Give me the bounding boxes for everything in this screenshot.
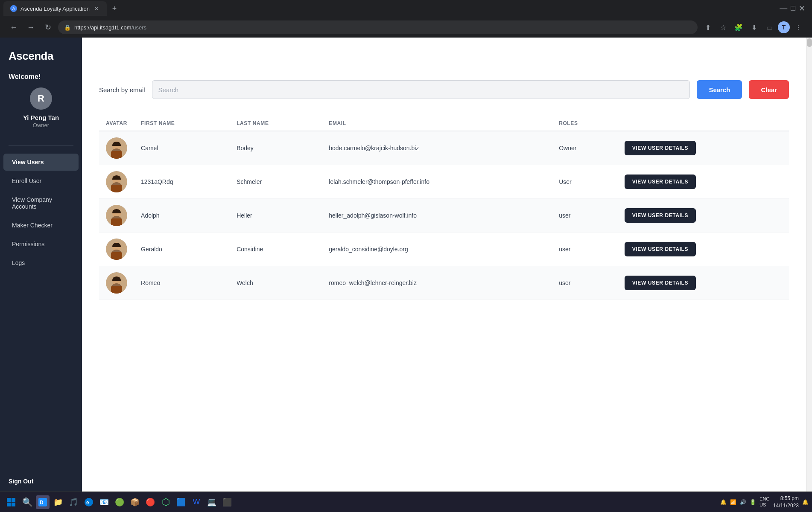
svg-rect-23 xyxy=(12,503,15,506)
col-last-name: LAST NAME xyxy=(230,116,322,131)
email-cell: geraldo_considine@doyle.org xyxy=(322,233,552,266)
extensions-button[interactable]: 🧩 xyxy=(732,20,745,34)
role-cell: user xyxy=(552,233,618,266)
view-user-details-button[interactable]: VIEW USER DETAILS xyxy=(625,141,696,155)
taskbar-app-3[interactable]: 🎵 xyxy=(67,495,80,509)
bookmark-button[interactable]: ☆ xyxy=(716,20,730,34)
app-container: Ascenda Welcome! R Yi Peng Tan Owner Vie… xyxy=(0,38,812,492)
clear-button[interactable]: Clear xyxy=(749,80,789,99)
avatar-cell xyxy=(99,131,134,165)
table-row: Camel Bodey bode.carmelo@krajcik-hudson.… xyxy=(99,131,789,165)
sidebar-nav: View Users Enroll User View Company Acco… xyxy=(0,153,82,471)
forward-button[interactable]: → xyxy=(24,20,38,34)
taskbar-app-4[interactable]: 📧 xyxy=(97,495,111,509)
search-input[interactable] xyxy=(152,80,690,99)
maximize-button[interactable]: □ xyxy=(791,4,795,13)
table-row: Adolph Heller heller_adolph@gislason-wol… xyxy=(99,199,789,233)
taskbar-app-9[interactable]: 🟦 xyxy=(174,495,188,509)
view-user-details-button[interactable]: VIEW USER DETAILS xyxy=(625,175,696,189)
tab-title: Ascenda Loyalty Application xyxy=(20,6,90,12)
sidebar-item-enroll-user[interactable]: Enroll User xyxy=(3,172,79,189)
role-cell: User xyxy=(552,165,618,199)
volume-icon: 🔊 xyxy=(740,499,746,505)
avatar: R xyxy=(30,87,52,110)
sidebar-username: Yi Peng Tan xyxy=(9,114,73,121)
reload-button[interactable]: ↻ xyxy=(41,20,55,34)
col-roles: ROLES xyxy=(552,116,618,131)
battery-icon: 🔋 xyxy=(750,499,756,505)
avatar-cell xyxy=(99,233,134,266)
active-tab[interactable]: A Ascenda Loyalty Application ✕ xyxy=(3,1,107,16)
taskbar-app-10[interactable]: W xyxy=(190,495,203,509)
sidebar-toggle-button[interactable]: ▭ xyxy=(762,20,776,34)
sidebar-item-maker-checker[interactable]: Maker Checker xyxy=(3,217,79,234)
taskbar-app-1[interactable]: D xyxy=(36,495,50,509)
action-cell: VIEW USER DETAILS xyxy=(618,266,789,300)
sidebar-item-logs[interactable]: Logs xyxy=(3,254,79,271)
taskbar-app-5[interactable]: 🟢 xyxy=(113,495,126,509)
taskbar-app-12[interactable]: ⬛ xyxy=(220,495,234,509)
taskbar-clock: 8:55 pm 14/11/2023 xyxy=(773,495,799,509)
view-user-details-button[interactable]: VIEW USER DETAILS xyxy=(625,242,696,256)
table-row: 1231aQRdq Schmeler lelah.schmeler@thomps… xyxy=(99,165,789,199)
svg-rect-15 xyxy=(111,252,122,260)
avatar-cell xyxy=(99,165,134,199)
table-row: Geraldo Considine geraldo_considine@doyl… xyxy=(99,233,789,266)
url-bar[interactable]: 🔒 https://api.itsag1t1.com/users xyxy=(58,20,698,34)
taskbar-app-6[interactable]: 📦 xyxy=(128,495,142,509)
scrollbar[interactable] xyxy=(806,38,812,492)
taskbar-app-8[interactable]: ⬡ xyxy=(159,495,172,509)
col-first-name: FIRST NAME xyxy=(134,116,230,131)
back-button[interactable]: ← xyxy=(7,20,20,34)
last-name-cell: Heller xyxy=(230,199,322,233)
col-email: EMAIL xyxy=(322,116,552,131)
taskbar-right: 🔔 📶 🔊 🔋 ENGUS 8:55 pm 14/11/2023 🔔 xyxy=(720,495,809,509)
svg-rect-11 xyxy=(111,218,122,226)
role-cell: user xyxy=(552,199,618,233)
browser-actions: ⬆ ☆ 🧩 ⬇ ▭ T ⋮ xyxy=(701,20,805,34)
sidebar-welcome: Welcome! xyxy=(9,73,73,81)
first-name-cell: 1231aQRdq xyxy=(134,165,230,199)
avatar-cell xyxy=(99,199,134,233)
signout-button[interactable]: Sign Out xyxy=(0,471,82,492)
svg-text:e: e xyxy=(86,500,89,506)
download-button[interactable]: ⬇ xyxy=(747,20,761,34)
svg-rect-20 xyxy=(7,498,11,502)
view-user-details-button[interactable]: VIEW USER DETAILS xyxy=(625,276,696,290)
sidebar-item-view-company[interactable]: View Company Accounts xyxy=(3,191,79,215)
taskbar-app-2[interactable]: 📁 xyxy=(51,495,65,509)
sidebar-header: Ascenda Welcome! R Yi Peng Tan Owner xyxy=(0,38,82,145)
sidebar-item-view-users[interactable]: View Users xyxy=(3,154,79,171)
notification-icon[interactable]: 🔔 xyxy=(720,499,727,505)
svg-rect-22 xyxy=(7,503,11,506)
taskbar-edge[interactable]: e xyxy=(82,495,96,509)
search-taskbar-button[interactable]: 🔍 xyxy=(20,495,34,509)
view-user-details-button[interactable]: VIEW USER DETAILS xyxy=(625,208,696,223)
start-button[interactable] xyxy=(3,495,19,510)
taskbar-app-7[interactable]: 🔴 xyxy=(143,495,157,509)
col-actions xyxy=(618,116,789,131)
search-button[interactable]: Search xyxy=(697,80,742,99)
taskbar-app-11[interactable]: 💻 xyxy=(205,495,219,509)
tab-close-button[interactable]: ✕ xyxy=(93,5,100,12)
user-avatar xyxy=(106,171,127,192)
tab-favicon: A xyxy=(10,5,17,12)
address-bar: ← → ↻ 🔒 https://api.itsag1t1.com/users ⬆… xyxy=(0,17,812,38)
col-avatar: AVATAR xyxy=(99,116,134,131)
minimize-button[interactable]: — xyxy=(780,4,787,13)
action-cell: VIEW USER DETAILS xyxy=(618,233,789,266)
last-name-cell: Welch xyxy=(230,266,322,300)
email-cell: bode.carmelo@krajcik-hudson.biz xyxy=(322,131,552,165)
new-tab-button[interactable]: + xyxy=(108,3,120,15)
table-body: Camel Bodey bode.carmelo@krajcik-hudson.… xyxy=(99,131,789,300)
svg-rect-3 xyxy=(111,151,122,159)
users-table: AVATAR FIRST NAME LAST NAME EMAIL ROLES … xyxy=(99,116,789,300)
sidebar-item-permissions[interactable]: Permissions xyxy=(3,236,79,253)
svg-rect-7 xyxy=(111,185,122,192)
share-button[interactable]: ⬆ xyxy=(701,20,715,34)
notifications-button[interactable]: 🔔 xyxy=(802,499,809,505)
menu-button[interactable]: ⋮ xyxy=(792,20,805,34)
email-cell: lelah.schmeler@thompson-pfeffer.info xyxy=(322,165,552,199)
close-window-button[interactable]: ✕ xyxy=(799,4,805,13)
profile-button[interactable]: T xyxy=(778,21,790,33)
